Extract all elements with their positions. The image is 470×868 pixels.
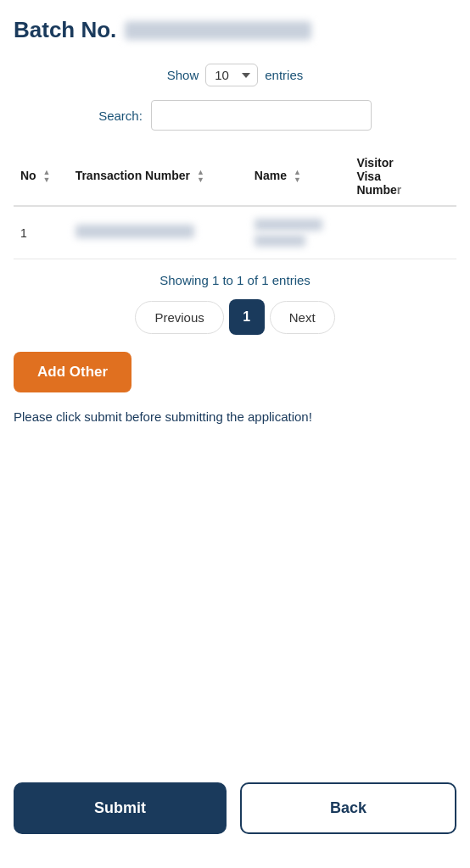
col-transaction-number: Transaction Number ▲▼ bbox=[69, 147, 248, 206]
show-entries-row: Show 10 25 50 100 entries bbox=[14, 64, 456, 86]
table-container: No ▲▼ Transaction Number ▲▼ Name ▲▼ Visi… bbox=[14, 147, 456, 259]
batch-title: Batch No. bbox=[14, 17, 116, 43]
sort-arrows-transaction[interactable]: ▲▼ bbox=[197, 169, 204, 184]
table-row: 1 bbox=[14, 206, 456, 259]
sort-arrows-name[interactable]: ▲▼ bbox=[294, 169, 301, 184]
col-visitor-visa: VisitorVisaNumber bbox=[350, 147, 456, 206]
page-1-button[interactable]: 1 bbox=[229, 299, 265, 335]
add-other-button[interactable]: Add Other bbox=[14, 352, 131, 392]
table-header-row: No ▲▼ Transaction Number ▲▼ Name ▲▼ Visi… bbox=[14, 147, 456, 206]
cell-no: 1 bbox=[14, 206, 69, 259]
name-cell bbox=[255, 219, 344, 247]
search-row: Search: bbox=[14, 100, 456, 131]
bottom-buttons: Submit Back bbox=[14, 782, 456, 834]
back-button[interactable]: Back bbox=[240, 782, 456, 834]
entries-select[interactable]: 10 25 50 100 bbox=[205, 64, 258, 86]
cell-visitor-visa bbox=[350, 206, 456, 259]
page-container: Batch No. Show 10 25 50 100 entries Sear… bbox=[0, 0, 470, 868]
search-input[interactable] bbox=[151, 100, 372, 131]
data-table: No ▲▼ Transaction Number ▲▼ Name ▲▼ Visi… bbox=[14, 147, 456, 259]
submit-button[interactable]: Submit bbox=[14, 782, 227, 834]
name-blurred-1 bbox=[255, 219, 322, 231]
batch-number-blurred bbox=[125, 21, 311, 40]
cell-transaction-number bbox=[69, 206, 248, 259]
pagination: Previous 1 Next bbox=[14, 299, 456, 335]
previous-button[interactable]: Previous bbox=[135, 301, 223, 334]
showing-text: Showing 1 to 1 of 1 entries bbox=[14, 273, 456, 287]
cell-name bbox=[248, 206, 350, 259]
transaction-number-blurred bbox=[76, 225, 194, 238]
show-label: Show bbox=[167, 68, 199, 82]
name-blurred-2 bbox=[255, 235, 305, 247]
col-name: Name ▲▼ bbox=[248, 147, 350, 206]
notice-text: Please click submit before submitting th… bbox=[14, 408, 456, 427]
entries-suffix: entries bbox=[265, 68, 303, 82]
sort-arrows-no[interactable]: ▲▼ bbox=[43, 169, 51, 184]
batch-header: Batch No. bbox=[14, 17, 456, 43]
next-button[interactable]: Next bbox=[270, 301, 335, 334]
col-no: No ▲▼ bbox=[14, 147, 69, 206]
search-label: Search: bbox=[98, 108, 143, 123]
